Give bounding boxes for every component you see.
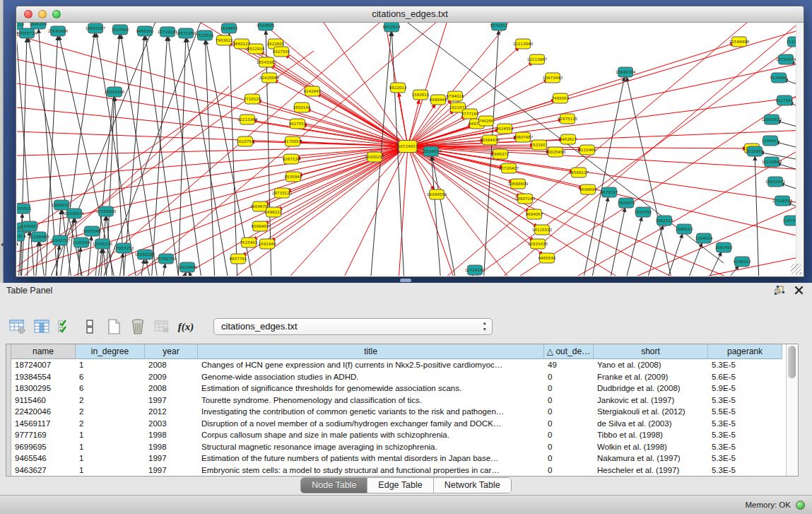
cytoscape-app: citations_edges.txt 79638229660128891293…: [0, 0, 812, 514]
table-cell: 0: [544, 418, 594, 430]
table-row[interactable]: 911546021997Tourette syndrome. Phenomeno…: [11, 395, 782, 407]
table-settings-icon[interactable]: [8, 317, 27, 336]
network-vertical-scrollbar[interactable]: [796, 23, 803, 276]
graph-edge: [81, 23, 384, 276]
graph-node-label: 1498222: [265, 210, 283, 214]
graph-edge: [755, 151, 759, 276]
graph-node-label: 8427552: [289, 122, 307, 126]
graph-node-label: 10025458: [546, 150, 566, 154]
network-graph[interactable]: 7963822966012889129342822605932750516543…: [17, 23, 803, 276]
graph-node-label: 8267130: [283, 157, 300, 161]
table-source-dropdown[interactable]: citations_edges.txt ▲▼: [213, 318, 493, 335]
select-columns-icon[interactable]: [57, 317, 75, 336]
table-cell: Jankovic et al. (1997): [594, 395, 708, 407]
table-row[interactable]: 946554611997Estimation of the future num…: [11, 452, 782, 465]
table-cell: 1: [76, 465, 145, 477]
table-row[interactable]: 1872400712008Changes of HCN gene express…: [11, 359, 782, 371]
row-height-icon[interactable]: [81, 317, 99, 336]
table-scrollbar-thumb[interactable]: [788, 346, 796, 378]
table-row[interactable]: 969969511998Structural magnetic resonanc…: [11, 441, 782, 453]
table-row[interactable]: 1830029562008Estimation of significance …: [11, 382, 782, 395]
splitpane-collapse-arrow-icon[interactable]: [1, 242, 4, 247]
delete-column-icon[interactable]: [129, 317, 147, 336]
graph-node-label: 15932971: [765, 180, 786, 184]
graph-node-label: 17957253: [114, 246, 134, 250]
new-column-icon[interactable]: [105, 317, 123, 336]
table-row[interactable]: 2242004622012Investigating the contribut…: [11, 406, 782, 418]
function-builder-icon[interactable]: f(x): [177, 317, 195, 336]
graph-node-label: 1092450: [715, 245, 733, 250]
splitpane-divider-handle[interactable]: [400, 279, 411, 282]
table-cell: 14569117: [11, 418, 76, 430]
table-cell: Franke et al. (2009): [594, 371, 708, 383]
network-view-window[interactable]: citations_edges.txt 79638229660128891293…: [16, 6, 804, 277]
table-cell: 0: [544, 406, 594, 418]
network-window-titlebar[interactable]: citations_edges.txt: [16, 6, 804, 23]
graph-node-label: 16210643: [762, 160, 782, 164]
graph-node-label: 2822605: [267, 42, 285, 46]
table-cell: Investigating the contribution of common…: [198, 406, 544, 418]
table-cell: 0: [544, 441, 594, 453]
graph-node-label: 15892311: [52, 203, 72, 207]
graph-edge: [252, 99, 408, 146]
graph-node-label: 9324505: [257, 23, 275, 28]
column-header-in_degree[interactable]: in_degree: [76, 344, 145, 359]
table-cell: 5.5E-5: [708, 406, 782, 418]
left-splitpane-edge[interactable]: [0, 0, 4, 283]
table-cell: Tourette syndrome. Phenomenology and cla…: [198, 395, 544, 407]
graph-node-label: 7485063: [552, 96, 570, 100]
table-cell: 9115460: [11, 395, 76, 407]
table-row[interactable]: 977716911998Corpus callosum shape and si…: [11, 429, 782, 441]
graph-node-label: 3962113: [656, 218, 673, 223]
graph-node-label: 12093822: [762, 117, 782, 122]
column-header-title[interactable]: title: [198, 344, 544, 359]
graph-node-label: 12975115: [558, 117, 578, 121]
tab-node-table[interactable]: Node Table: [301, 478, 367, 493]
column-header-year[interactable]: year: [145, 344, 198, 359]
network-canvas[interactable]: 7963822966012889129342822605932750516543…: [17, 23, 803, 276]
graph-node-label: 12213940: [513, 42, 534, 46]
graph-node-label: 8912934: [247, 47, 265, 51]
table-cell: 1998: [145, 429, 198, 441]
graph-node-label: 16782759: [156, 257, 177, 261]
column-header-name[interactable]: name: [11, 344, 76, 359]
graph-edge: [342, 146, 408, 276]
graph-node-label: 1304554: [695, 236, 713, 240]
table-row-gutter: [6, 344, 11, 476]
graph-node-label: 9857791: [230, 257, 247, 261]
table-row[interactable]: 1938455462009Genome-wide association stu…: [11, 371, 782, 383]
float-panel-icon[interactable]: [775, 285, 784, 298]
graph-node-label: 9465546: [539, 256, 556, 260]
minimize-window-icon[interactable]: [38, 10, 47, 18]
graph-edge: [145, 31, 180, 276]
column-header-pagerank[interactable]: pagerank: [708, 344, 782, 359]
dropdown-arrows-icon: ▲▼: [483, 320, 487, 332]
close-window-icon[interactable]: [24, 10, 33, 18]
graph-node-label: 9660128: [233, 42, 251, 46]
graph-node-label: 20691406: [48, 29, 69, 33]
tab-edge-table[interactable]: Edge Table: [367, 478, 433, 493]
column-header-short[interactable]: short: [594, 344, 708, 359]
column-header-out_de[interactable]: △ out_de…: [544, 344, 594, 359]
graph-node-label: 7986372: [492, 152, 510, 156]
graph-node-label: 12923448: [177, 265, 198, 269]
graph-node-label: 8822013: [389, 86, 407, 90]
tab-network-table[interactable]: Network Table: [434, 478, 511, 493]
table-tabbar: Node Table Edge Table Network Table: [0, 475, 812, 495]
window-resize-grip[interactable]: [791, 264, 801, 274]
memory-ok-indicator-icon[interactable]: [796, 501, 805, 510]
zoom-window-icon[interactable]: [52, 10, 61, 18]
graph-node-label: 14569117: [569, 170, 589, 175]
table-cell: 0: [544, 429, 594, 441]
attribute-table: namein_degreeyeartitle△ out_de…shortpage…: [6, 344, 799, 477]
table-cell: 2008: [145, 382, 198, 395]
close-panel-icon[interactable]: [794, 285, 804, 298]
table-row[interactable]: 1456911722003Disruption of a novel membe…: [11, 418, 782, 430]
graph-node-label: 1562615: [412, 93, 430, 97]
graph-edge: [17, 146, 408, 156]
table-vertical-scrollbar[interactable]: [786, 344, 798, 476]
graph-node-label: 11548498: [729, 40, 750, 44]
column-chooser-icon[interactable]: [33, 317, 51, 336]
table-row[interactable]: 946362711997Embryonic stem cells: a mode…: [11, 465, 782, 477]
graph-node-label: 20206576: [64, 211, 85, 216]
